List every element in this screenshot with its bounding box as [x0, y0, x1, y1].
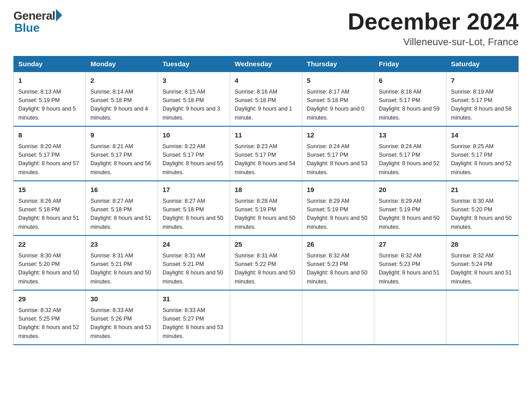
day-info: Sunrise: 8:31 AMSunset: 5:21 PMDaylight:… [90, 252, 153, 287]
calendar-cell: 15Sunrise: 8:26 AMSunset: 5:18 PMDayligh… [14, 181, 86, 235]
calendar-cell: 11Sunrise: 8:23 AMSunset: 5:17 PMDayligh… [230, 126, 302, 181]
day-number: 13 [379, 130, 442, 141]
calendar-cell: 27Sunrise: 8:32 AMSunset: 5:23 PMDayligh… [374, 235, 446, 290]
header-cell-monday: Monday [86, 56, 158, 72]
day-info: Sunrise: 8:26 AMSunset: 5:18 PMDaylight:… [18, 197, 81, 232]
day-info: Sunrise: 8:22 AMSunset: 5:17 PMDaylight:… [163, 142, 225, 177]
day-info: Sunrise: 8:17 AMSunset: 5:18 PMDaylight:… [307, 88, 369, 123]
calendar-cell: 25Sunrise: 8:31 AMSunset: 5:22 PMDayligh… [230, 235, 302, 290]
day-info: Sunrise: 8:27 AMSunset: 5:18 PMDaylight:… [90, 197, 153, 232]
calendar-cell: 26Sunrise: 8:32 AMSunset: 5:23 PMDayligh… [302, 235, 374, 290]
day-info: Sunrise: 8:24 AMSunset: 5:17 PMDaylight:… [379, 142, 442, 177]
day-info: Sunrise: 8:18 AMSunset: 5:17 PMDaylight:… [379, 88, 442, 123]
calendar-cell: 18Sunrise: 8:28 AMSunset: 5:19 PMDayligh… [230, 181, 302, 235]
day-number: 22 [18, 240, 81, 250]
calendar-cell: 14Sunrise: 8:25 AMSunset: 5:17 PMDayligh… [446, 126, 519, 181]
calendar-cell [230, 290, 302, 345]
day-number: 17 [163, 185, 225, 195]
week-row-4: 22Sunrise: 8:30 AMSunset: 5:20 PMDayligh… [14, 235, 519, 290]
logo-blue-text: Blue [13, 21, 39, 35]
calendar-cell: 24Sunrise: 8:31 AMSunset: 5:21 PMDayligh… [158, 235, 230, 290]
logo-arrow-icon [56, 9, 62, 21]
calendar-cell: 1Sunrise: 8:13 AMSunset: 5:19 PMDaylight… [14, 72, 86, 126]
calendar-cell [374, 290, 446, 345]
day-number: 1 [18, 76, 81, 86]
calendar-cell: 29Sunrise: 8:32 AMSunset: 5:25 PMDayligh… [14, 290, 86, 345]
header-row: SundayMondayTuesdayWednesdayThursdayFrid… [14, 56, 519, 72]
day-info: Sunrise: 8:24 AMSunset: 5:17 PMDaylight:… [307, 142, 369, 177]
day-info: Sunrise: 8:33 AMSunset: 5:26 PMDaylight:… [90, 306, 153, 341]
calendar-cell: 9Sunrise: 8:21 AMSunset: 5:17 PMDaylight… [86, 126, 158, 181]
day-number: 4 [235, 76, 297, 86]
day-info: Sunrise: 8:23 AMSunset: 5:17 PMDaylight:… [235, 142, 297, 177]
calendar-cell: 10Sunrise: 8:22 AMSunset: 5:17 PMDayligh… [158, 126, 230, 181]
day-number: 7 [451, 76, 514, 86]
calendar-cell: 19Sunrise: 8:29 AMSunset: 5:19 PMDayligh… [302, 181, 374, 235]
day-number: 8 [18, 130, 81, 141]
day-number: 9 [90, 130, 153, 141]
calendar-cell: 16Sunrise: 8:27 AMSunset: 5:18 PMDayligh… [86, 181, 158, 235]
day-info: Sunrise: 8:30 AMSunset: 5:20 PMDaylight:… [451, 197, 514, 232]
week-row-3: 15Sunrise: 8:26 AMSunset: 5:18 PMDayligh… [14, 181, 519, 235]
day-info: Sunrise: 8:25 AMSunset: 5:17 PMDaylight:… [451, 142, 514, 177]
location-title: Villeneuve-sur-Lot, France [348, 36, 519, 48]
day-number: 11 [235, 130, 297, 141]
header-cell-wednesday: Wednesday [230, 56, 302, 72]
day-number: 23 [90, 240, 153, 250]
day-info: Sunrise: 8:32 AMSunset: 5:23 PMDaylight:… [379, 252, 442, 287]
calendar-cell: 8Sunrise: 8:20 AMSunset: 5:17 PMDaylight… [14, 126, 86, 181]
month-title: December 2024 [348, 9, 519, 34]
day-info: Sunrise: 8:21 AMSunset: 5:17 PMDaylight:… [90, 142, 153, 177]
day-number: 19 [307, 185, 369, 195]
day-number: 27 [379, 240, 442, 250]
calendar-cell: 17Sunrise: 8:27 AMSunset: 5:18 PMDayligh… [158, 181, 230, 235]
calendar-cell: 12Sunrise: 8:24 AMSunset: 5:17 PMDayligh… [302, 126, 374, 181]
calendar-cell [302, 290, 374, 345]
day-info: Sunrise: 8:33 AMSunset: 5:27 PMDaylight:… [163, 306, 225, 341]
header-cell-thursday: Thursday [302, 56, 374, 72]
day-info: Sunrise: 8:13 AMSunset: 5:19 PMDaylight:… [18, 88, 81, 123]
day-number: 2 [90, 76, 153, 86]
day-info: Sunrise: 8:29 AMSunset: 5:19 PMDaylight:… [307, 197, 369, 232]
day-number: 25 [235, 240, 297, 250]
day-number: 30 [90, 294, 153, 304]
day-number: 14 [451, 130, 514, 141]
day-info: Sunrise: 8:15 AMSunset: 5:18 PMDaylight:… [163, 88, 225, 123]
day-number: 20 [379, 185, 442, 195]
day-number: 24 [163, 240, 225, 250]
week-row-5: 29Sunrise: 8:32 AMSunset: 5:25 PMDayligh… [14, 290, 519, 345]
header-cell-saturday: Saturday [446, 56, 519, 72]
calendar-cell: 22Sunrise: 8:30 AMSunset: 5:20 PMDayligh… [14, 235, 86, 290]
calendar-header: SundayMondayTuesdayWednesdayThursdayFrid… [14, 56, 519, 72]
calendar-table: SundayMondayTuesdayWednesdayThursdayFrid… [13, 56, 519, 345]
calendar-cell: 13Sunrise: 8:24 AMSunset: 5:17 PMDayligh… [374, 126, 446, 181]
calendar-cell: 20Sunrise: 8:29 AMSunset: 5:19 PMDayligh… [374, 181, 446, 235]
week-row-1: 1Sunrise: 8:13 AMSunset: 5:19 PMDaylight… [14, 72, 519, 126]
day-number: 31 [163, 294, 225, 304]
day-number: 18 [235, 185, 297, 195]
day-info: Sunrise: 8:20 AMSunset: 5:17 PMDaylight:… [18, 142, 81, 177]
day-number: 29 [18, 294, 81, 304]
day-info: Sunrise: 8:19 AMSunset: 5:17 PMDaylight:… [451, 88, 514, 123]
day-number: 26 [307, 240, 369, 250]
page-header: General Blue December 2024 Villeneuve-su… [13, 9, 519, 48]
header-cell-friday: Friday [374, 56, 446, 72]
day-info: Sunrise: 8:32 AMSunset: 5:24 PMDaylight:… [451, 252, 514, 287]
day-number: 21 [451, 185, 514, 195]
day-number: 6 [379, 76, 442, 86]
calendar-cell: 30Sunrise: 8:33 AMSunset: 5:26 PMDayligh… [86, 290, 158, 345]
day-info: Sunrise: 8:31 AMSunset: 5:21 PMDaylight:… [163, 252, 225, 287]
day-info: Sunrise: 8:32 AMSunset: 5:25 PMDaylight:… [18, 306, 81, 341]
day-info: Sunrise: 8:31 AMSunset: 5:22 PMDaylight:… [235, 252, 297, 287]
calendar-cell [446, 290, 519, 345]
week-row-2: 8Sunrise: 8:20 AMSunset: 5:17 PMDaylight… [14, 126, 519, 181]
logo: General Blue [13, 9, 62, 35]
calendar-cell: 2Sunrise: 8:14 AMSunset: 5:18 PMDaylight… [86, 72, 158, 126]
day-number: 12 [307, 130, 369, 141]
day-number: 10 [163, 130, 225, 141]
calendar-cell: 31Sunrise: 8:33 AMSunset: 5:27 PMDayligh… [158, 290, 230, 345]
calendar-cell: 7Sunrise: 8:19 AMSunset: 5:17 PMDaylight… [446, 72, 519, 126]
day-info: Sunrise: 8:16 AMSunset: 5:18 PMDaylight:… [235, 88, 297, 123]
calendar-cell: 28Sunrise: 8:32 AMSunset: 5:24 PMDayligh… [446, 235, 519, 290]
calendar-cell: 4Sunrise: 8:16 AMSunset: 5:18 PMDaylight… [230, 72, 302, 126]
